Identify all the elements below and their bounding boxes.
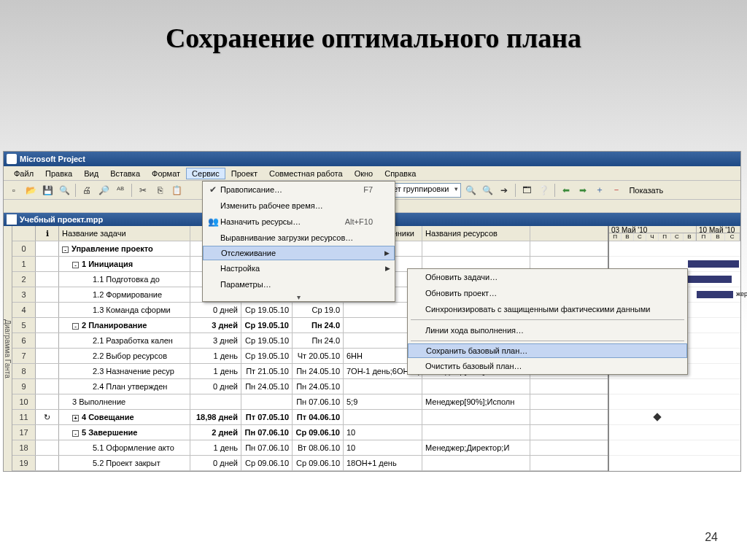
- menu-item[interactable]: Выравнивание загрузки ресурсов…: [203, 230, 395, 246]
- menu-window[interactable]: Окно: [349, 168, 379, 179]
- col-resources[interactable]: Названия ресурсов: [422, 226, 530, 241]
- cell-duration[interactable]: 1 день: [190, 349, 241, 363]
- cell-task-name[interactable]: 5.1 Оформление акто: [59, 440, 190, 455]
- arrow-right-icon[interactable]: ➡: [576, 183, 590, 198]
- cell-predecessors[interactable]: 5;9: [344, 394, 422, 409]
- print-icon[interactable]: 🖨: [80, 183, 94, 198]
- cell-finish[interactable]: Вт 08.06.10: [293, 440, 344, 455]
- cell-start[interactable]: Ср 19.05.10: [241, 318, 293, 332]
- cell-task-name[interactable]: -1 Инициация: [59, 257, 190, 271]
- cell-duration[interactable]: 0 дней: [190, 456, 241, 470]
- cell-duration[interactable]: 3 дней: [190, 333, 241, 348]
- cell-start[interactable]: Ср 19.05.10: [241, 303, 293, 317]
- cell-finish[interactable]: Пт 04.06.10: [293, 410, 344, 424]
- new-icon[interactable]: ▫: [7, 183, 21, 198]
- table-row[interactable]: 17-5 Завершение2 днейПн 07.06.10Ср 09.06…: [12, 425, 608, 440]
- tracking-submenu[interactable]: Обновить задачи…Обновить проект…Синхрони…: [407, 268, 688, 375]
- submenu-item[interactable]: Обновить проект…: [408, 285, 687, 301]
- preview-icon[interactable]: 🔎: [96, 183, 111, 198]
- cell-task-name[interactable]: 1.1 Подготовка до: [59, 272, 190, 287]
- row-info[interactable]: ↻: [36, 410, 59, 424]
- col-task-name[interactable]: Название задачи: [59, 226, 190, 241]
- table-row[interactable]: 195.2 Проект закрыт0 днейСр 09.06.10Ср 0…: [12, 456, 608, 471]
- show-button[interactable]: Показать: [626, 186, 666, 195]
- cell-finish[interactable]: Пн 24.0: [293, 333, 344, 348]
- row-info[interactable]: [36, 364, 59, 378]
- row-number[interactable]: 1: [12, 257, 36, 271]
- row-number[interactable]: 9: [12, 379, 36, 394]
- menu-insert[interactable]: Вставка: [104, 168, 146, 179]
- submenu-item[interactable]: Очистить базовый план…: [408, 358, 687, 374]
- cell-resources[interactable]: Менеджер[90%];Исполн: [422, 394, 530, 409]
- row-info[interactable]: [36, 272, 59, 287]
- row-number[interactable]: 3: [12, 287, 36, 302]
- paste-icon[interactable]: 📋: [169, 183, 184, 198]
- cell-start[interactable]: Пт 07.05.10: [241, 410, 293, 424]
- cell-duration[interactable]: 1 день: [190, 364, 241, 378]
- spell-icon[interactable]: ᴬᴮ: [113, 183, 128, 198]
- cell-task-name[interactable]: -2 Планирование: [59, 318, 190, 332]
- row-info[interactable]: [36, 303, 59, 317]
- cell-task-name[interactable]: 2.1 Разработка кален: [59, 333, 190, 348]
- menu-tools[interactable]: Сервис: [186, 168, 225, 179]
- table-row[interactable]: 103 ВыполнениеПн 07.06.105;9Менеджер[90%…: [12, 394, 608, 410]
- cell-task-name[interactable]: 2.2 Выбор ресурсов: [59, 349, 190, 363]
- submenu-item[interactable]: Линии хода выполнения…: [408, 322, 687, 338]
- cell-task-name[interactable]: -5 Завершение: [59, 425, 190, 440]
- zoom-out-icon[interactable]: 🔍: [480, 183, 495, 198]
- row-info[interactable]: [36, 318, 59, 332]
- cell-task-name[interactable]: 2.4 План утвержден: [59, 379, 190, 394]
- minus-icon[interactable]: －: [609, 183, 624, 198]
- plus-icon[interactable]: ＋: [592, 183, 607, 198]
- cell-predecessors[interactable]: [344, 379, 422, 394]
- row-number[interactable]: 2: [12, 272, 36, 287]
- copy-icon[interactable]: ⎘: [152, 183, 167, 198]
- menu-view[interactable]: Вид: [78, 168, 104, 179]
- menu-collab[interactable]: Совместная работа: [263, 168, 349, 179]
- cell-start[interactable]: [241, 394, 293, 409]
- cell-task-name[interactable]: 3 Выполнение: [59, 394, 190, 409]
- cell-start[interactable]: Пн 24.05.10: [241, 379, 293, 394]
- cell-finish[interactable]: Ср 09.06.10: [293, 425, 344, 440]
- view-bar[interactable]: Диаграмма Ганта: [4, 226, 12, 471]
- menu-item[interactable]: Отслеживание▶: [203, 246, 395, 260]
- row-info[interactable]: [36, 456, 59, 470]
- tools-dropdown[interactable]: ✔Правописание…F7Изменить рабочее время…👥…: [202, 181, 395, 302]
- cell-duration[interactable]: 0 дней: [190, 303, 241, 317]
- cell-predecessors[interactable]: 10: [344, 440, 422, 455]
- menu-item[interactable]: 👥Назначить ресурсы…Alt+F10: [203, 214, 395, 230]
- assistant-icon[interactable]: 🗔: [519, 183, 534, 198]
- cell-finish[interactable]: Пн 24.05.10: [293, 379, 344, 394]
- save-icon[interactable]: 💾: [40, 183, 55, 198]
- row-info[interactable]: [36, 257, 59, 271]
- cell-task-name[interactable]: 1.3 Команда сформи: [59, 303, 190, 317]
- arrow-left-icon[interactable]: ⬅: [559, 183, 573, 198]
- row-number[interactable]: 6: [12, 333, 36, 348]
- cut-icon[interactable]: ✂: [136, 183, 150, 198]
- cell-task-name[interactable]: 1.2 Формирование: [59, 287, 190, 302]
- cell-predecessors[interactable]: [344, 410, 422, 424]
- row-number[interactable]: 0: [12, 241, 36, 256]
- cell-duration[interactable]: 18,98 дней: [190, 410, 241, 424]
- table-row[interactable]: 11↻+4 Совещание18,98 днейПт 07.05.10Пт 0…: [12, 410, 608, 425]
- cell-finish[interactable]: Пн 07.06.10: [293, 394, 344, 409]
- cell-resources[interactable]: [422, 410, 530, 424]
- row-number[interactable]: 10: [12, 394, 36, 409]
- menu-project[interactable]: Проект: [225, 168, 263, 179]
- row-info[interactable]: [36, 241, 59, 256]
- row-number[interactable]: 19: [12, 456, 36, 470]
- row-number[interactable]: 8: [12, 364, 36, 378]
- cell-finish[interactable]: Ср 09.06.10: [293, 456, 344, 470]
- cell-start[interactable]: Ср 09.06.10: [241, 456, 293, 470]
- open-icon[interactable]: 📂: [23, 183, 38, 198]
- table-row[interactable]: 185.1 Оформление акто1 деньПн 07.06.10Вт…: [12, 440, 608, 456]
- cell-resources[interactable]: Менеджер;Директор;И: [422, 440, 530, 455]
- cell-task-name[interactable]: -Управление проекто: [59, 241, 190, 256]
- row-info[interactable]: [36, 425, 59, 440]
- cell-task-name[interactable]: 5.2 Проект закрыт: [59, 456, 190, 470]
- help-icon[interactable]: ❔: [536, 183, 551, 198]
- cell-duration[interactable]: 0 дней: [190, 379, 241, 394]
- submenu-item[interactable]: Сохранить базовый план…: [408, 343, 687, 358]
- cell-duration[interactable]: 2 дней: [190, 425, 241, 440]
- cell-start[interactable]: Пн 07.06.10: [241, 425, 293, 440]
